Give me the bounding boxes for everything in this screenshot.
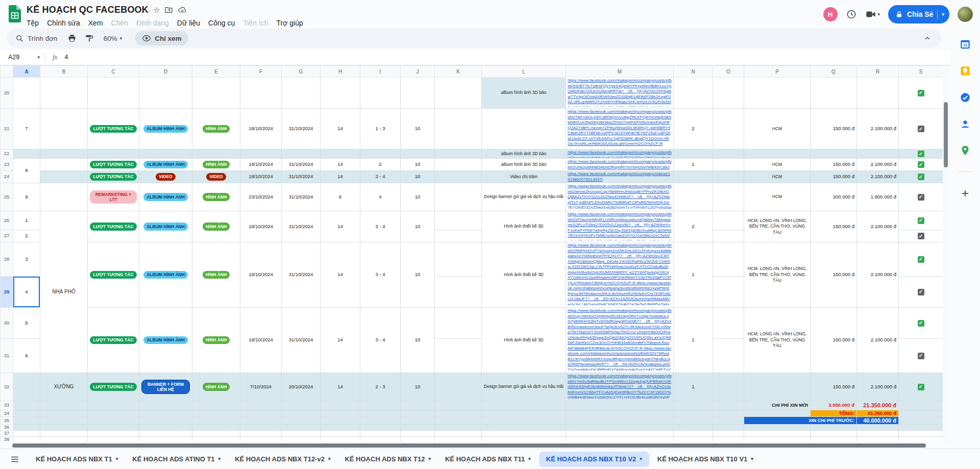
cell[interactable]: HCM xyxy=(744,183,811,211)
row-header[interactable]: 22 xyxy=(1,150,13,159)
cell[interactable] xyxy=(857,436,899,441)
cell[interactable] xyxy=(713,242,744,277)
cell[interactable] xyxy=(713,417,744,425)
cell[interactable]: ✓ xyxy=(899,109,943,150)
cell[interactable] xyxy=(40,171,88,183)
cell[interactable] xyxy=(435,425,482,431)
cell[interactable] xyxy=(744,410,811,417)
checkbox-checked[interactable]: ✓ xyxy=(918,161,924,168)
cell[interactable] xyxy=(899,417,943,425)
cell[interactable] xyxy=(321,436,360,441)
cell[interactable]: https://www.facebook.com/nhabepxinhcompa… xyxy=(566,211,674,242)
cell[interactable] xyxy=(899,401,943,410)
row-header[interactable]: 25 xyxy=(1,183,13,211)
cell[interactable] xyxy=(192,410,240,417)
cell[interactable]: LƯỢT TƯƠNG TÁC xyxy=(88,109,139,150)
cell[interactable] xyxy=(240,425,282,431)
sheet-tab[interactable]: KẾ HOẠCH ADS NBX T11▾ xyxy=(438,450,538,469)
cell[interactable]: 18/10/2024 xyxy=(240,159,282,171)
col-header[interactable]: H xyxy=(321,66,360,78)
cell[interactable] xyxy=(192,78,240,109)
cell[interactable] xyxy=(435,230,482,242)
cell[interactable] xyxy=(435,410,482,417)
cell[interactable]: LƯỢT TƯƠNG TÁC xyxy=(88,373,139,401)
cell[interactable]: 2.100.000 đ xyxy=(857,109,899,150)
cell[interactable] xyxy=(139,150,192,159)
row-header[interactable]: 34 xyxy=(1,410,13,417)
cell[interactable] xyxy=(40,430,88,436)
row-header[interactable]: 37 xyxy=(1,430,13,436)
menu-cong-cu[interactable]: Công cụ xyxy=(204,17,239,29)
cell[interactable] xyxy=(13,373,40,401)
cell[interactable]: ALBUM HÌNH ẢNH xyxy=(139,211,192,242)
checkbox-checked[interactable]: ✓ xyxy=(918,90,924,96)
cell[interactable] xyxy=(88,430,139,436)
zoom-control[interactable]: 60% ▾ xyxy=(99,35,128,42)
cell[interactable]: 2.100.000 đ xyxy=(857,159,899,171)
cell[interactable]: 2.100.000 đ xyxy=(857,211,899,242)
tab-caret-icon[interactable]: ▾ xyxy=(218,457,221,461)
cell[interactable] xyxy=(88,436,139,441)
cell[interactable] xyxy=(40,436,88,441)
name-box[interactable]: A29 ▾ xyxy=(0,54,45,61)
col-header[interactable]: O xyxy=(713,66,744,78)
checkbox-checked[interactable]: ✓ xyxy=(918,353,924,359)
horizontal-scrollbar[interactable] xyxy=(0,442,948,449)
cell[interactable] xyxy=(401,401,435,410)
menu-tep[interactable]: Tệp xyxy=(22,17,43,29)
cell[interactable] xyxy=(282,78,321,109)
cell[interactable] xyxy=(674,425,713,431)
paint-format-button[interactable] xyxy=(81,31,97,45)
cell[interactable] xyxy=(899,410,943,417)
row-header[interactable]: 23 xyxy=(1,159,13,171)
cell[interactable] xyxy=(435,417,482,425)
cell[interactable]: HÌNH ẢNH xyxy=(192,308,240,373)
cell[interactable]: ✓ xyxy=(899,373,943,401)
col-header[interactable]: R xyxy=(857,66,899,78)
cell[interactable] xyxy=(321,410,360,417)
selected-cell-A29[interactable]: 4 xyxy=(13,277,40,308)
cell[interactable]: 150.000 đ xyxy=(811,171,857,183)
cell[interactable] xyxy=(713,78,744,109)
cell[interactable] xyxy=(674,436,713,441)
cell[interactable] xyxy=(566,401,674,410)
account-avatar[interactable] xyxy=(958,7,973,22)
cell[interactable]: Hình ảnh thiết kế 3D xyxy=(482,242,566,308)
vertical-scrollbar-thumb[interactable] xyxy=(944,102,948,167)
cell[interactable] xyxy=(482,430,566,436)
tab-caret-icon[interactable]: ▾ xyxy=(640,457,642,461)
cell[interactable] xyxy=(713,230,744,242)
cell[interactable]: 10 xyxy=(401,171,435,183)
cell[interactable] xyxy=(435,430,482,436)
tab-caret-icon[interactable]: ▾ xyxy=(751,457,753,461)
cell[interactable] xyxy=(88,410,139,417)
col-header[interactable]: C xyxy=(88,66,139,78)
cell[interactable] xyxy=(811,78,857,109)
collapse-toolbar-button[interactable] xyxy=(920,32,935,45)
sheet-tab-active[interactable]: KẾ HOẠCH ADS NBX T10 V2▾ xyxy=(539,452,649,467)
row-header[interactable]: 27 xyxy=(1,230,13,242)
cell[interactable]: 150.000 đ xyxy=(811,159,857,171)
cell[interactable] xyxy=(192,436,240,441)
cell[interactable] xyxy=(857,78,899,109)
cell[interactable] xyxy=(401,430,435,436)
sheet-tab[interactable]: KẾ HOẠCH ADS NBX T10 V1▾ xyxy=(650,450,761,469)
summary-value[interactable]: 21.350.000 đ xyxy=(857,401,899,410)
link-text[interactable]: https://www.facebook.com/nhabepxinhcompa… xyxy=(568,374,672,399)
cell[interactable] xyxy=(192,430,240,436)
row-header[interactable]: 21 xyxy=(1,109,13,150)
cell[interactable] xyxy=(360,401,401,410)
cell[interactable] xyxy=(899,436,943,441)
col-header[interactable]: K xyxy=(435,66,482,78)
row-header[interactable]: 33 xyxy=(1,401,13,410)
cell[interactable]: 150.000 đ xyxy=(811,242,857,308)
cell[interactable]: HCM, LONG AN, VĨNH LONG, BẾN TRE, CẦN TH… xyxy=(744,242,811,308)
cell[interactable]: 8 xyxy=(13,159,40,183)
cell[interactable] xyxy=(282,150,321,159)
cell[interactable] xyxy=(282,417,321,425)
cell[interactable] xyxy=(321,417,360,425)
cell[interactable] xyxy=(435,373,482,401)
row-header[interactable]: 24 xyxy=(1,171,13,183)
cell[interactable] xyxy=(13,430,40,436)
collaborator-avatar[interactable]: H xyxy=(823,7,838,21)
